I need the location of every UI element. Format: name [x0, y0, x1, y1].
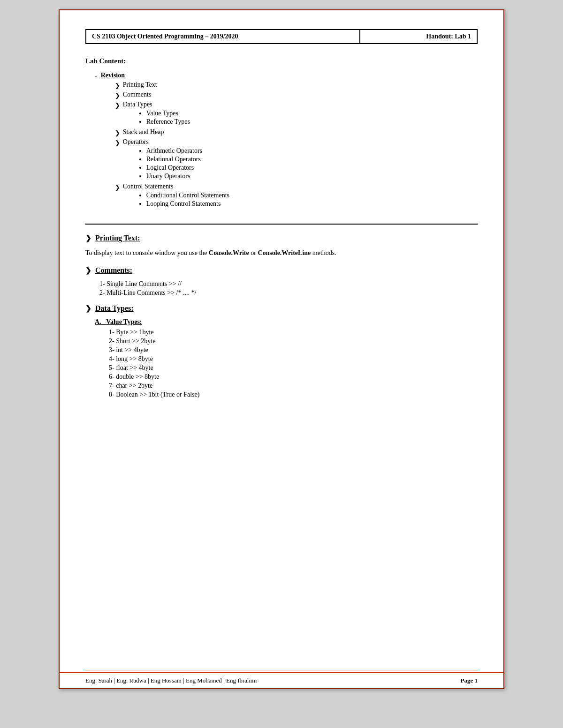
bullet-logical: Logical Operators — [146, 164, 202, 172]
printing-text-or: or — [249, 249, 258, 256]
value-types-prefix: A. — [95, 318, 101, 325]
console-write-bold: Console.Write — [209, 249, 249, 256]
outline-list: - Revision ❯ Printing Text ❯ Comments — [95, 72, 478, 210]
section-title-datatypes: Data Types: — [95, 304, 134, 313]
footer-line-decoration — [85, 670, 478, 670]
arrow-icon-operators: ❯ — [115, 139, 120, 147]
bullet-looping: Looping Control Statements — [146, 200, 229, 208]
comment-multi-line: 2- Multi-Line Comments >> /* .... */ — [99, 289, 478, 297]
value-types-label: Value Types: — [106, 318, 142, 325]
vt-int: 3- int >> 4byte — [109, 346, 478, 354]
data-types-section-heading: ❯ Data Types: — [85, 304, 478, 313]
section-arrow-comments: ❯ — [85, 266, 91, 275]
arrow-list-revision: ❯ Printing Text ❯ Comments ❯ Data Types — [115, 81, 229, 209]
comments-list: 1- Single Line Comments >> // 2- Multi-L… — [99, 280, 478, 297]
value-types-list: 1- Byte >> 1byte 2- Short >> 2byte 3- in… — [109, 329, 478, 398]
arrow-label-comments: Comments — [123, 91, 152, 98]
arrow-label-stack: Stack and Heap — [123, 128, 164, 136]
section-arrow-printing: ❯ — [85, 234, 91, 242]
footer-authors: Eng. Sarah | Eng. Radwa | Eng Hossam | E… — [85, 677, 257, 684]
bullet-arithmetic: Arithmetic Operators — [146, 147, 202, 155]
vt-short: 2- Short >> 2byte — [109, 338, 478, 345]
arrow-label-control: Control Statements — [123, 183, 174, 190]
arrow-icon-control: ❯ — [115, 184, 120, 191]
header-title: CS 2103 Object Oriented Programming – 20… — [86, 30, 360, 44]
comment-single-line: 1- Single Line Comments >> // — [99, 280, 478, 288]
arrow-icon-datatypes: ❯ — [115, 102, 120, 109]
revision-label: Revision — [101, 72, 125, 79]
arrow-label-printing: Printing Text — [123, 81, 157, 89]
vt-float: 5- float >> 4byte — [109, 364, 478, 372]
printing-text-body: To display text to console window you us… — [85, 248, 478, 258]
bullet-list-datatypes: Value Types Reference Types — [146, 110, 190, 126]
bullet-value-types: Value Types — [146, 110, 190, 117]
vt-double: 6- double >> 8byte — [109, 373, 478, 381]
bullet-list-control: Conditional Control Statements Looping C… — [146, 192, 229, 208]
arrow-item-operators: ❯ Operators Arithmetic Operators Relatio… — [115, 138, 229, 181]
printing-text-section-heading: ❯ Printing Text: — [85, 234, 478, 242]
footer: Eng. Sarah | Eng. Radwa | Eng Hossam | E… — [60, 672, 503, 688]
arrow-item-stack: ❯ Stack and Heap — [115, 128, 229, 137]
bullet-reference-types: Reference Types — [146, 118, 190, 126]
vt-boolean: 8- Boolean >> 1bit (True or False) — [109, 391, 478, 398]
arrow-label-datatypes: Data Types — [123, 101, 152, 108]
vt-byte: 1- Byte >> 1byte — [109, 329, 478, 336]
arrow-item-datatypes: ❯ Data Types Value Types Reference Types — [115, 101, 229, 127]
arrow-label-operators: Operators — [123, 138, 149, 145]
comments-section-heading: ❯ Comments: — [85, 266, 478, 275]
revision-item: - Revision ❯ Printing Text ❯ Comments — [95, 72, 478, 210]
main-divider — [85, 224, 478, 225]
arrow-icon-comments: ❯ — [115, 92, 120, 99]
dash-char: - — [95, 72, 97, 80]
section-title-printing: Printing Text: — [95, 234, 140, 242]
printing-text-intro: To display text to console window you us… — [85, 249, 209, 256]
arrow-icon-printing: ❯ — [115, 82, 120, 90]
bullet-unary: Unary Operators — [146, 173, 202, 180]
page: CS 2103 Object Oriented Programming – 20… — [59, 9, 504, 689]
section-title-comments: Comments: — [95, 266, 132, 275]
printing-text-methods: methods. — [311, 249, 336, 256]
vt-char: 7- char >> 2byte — [109, 382, 478, 390]
arrow-item-comments: ❯ Comments — [115, 91, 229, 99]
lab-content-heading: Lab Content: — [85, 57, 478, 65]
arrow-item-printing: ❯ Printing Text — [115, 81, 229, 90]
footer-page: Page 1 — [461, 677, 478, 684]
section-arrow-datatypes: ❯ — [85, 304, 91, 313]
vt-long: 4- long >> 8byte — [109, 355, 478, 363]
header-table: CS 2103 Object Oriented Programming – 20… — [85, 29, 478, 44]
bullet-relational: Relational Operators — [146, 156, 202, 163]
header-handout: Handout: Lab 1 — [360, 30, 477, 44]
value-types-sub-heading: A. Value Types: — [95, 318, 478, 326]
page-inner: CS 2103 Object Oriented Programming – 20… — [60, 10, 503, 441]
arrow-item-control: ❯ Control Statements Conditional Control… — [115, 183, 229, 209]
arrow-icon-stack: ❯ — [115, 129, 120, 137]
console-writeline-bold: Console.WriteLine — [258, 249, 311, 256]
bullet-conditional: Conditional Control Statements — [146, 192, 229, 199]
bullet-list-operators: Arithmetic Operators Relational Operator… — [146, 147, 202, 180]
